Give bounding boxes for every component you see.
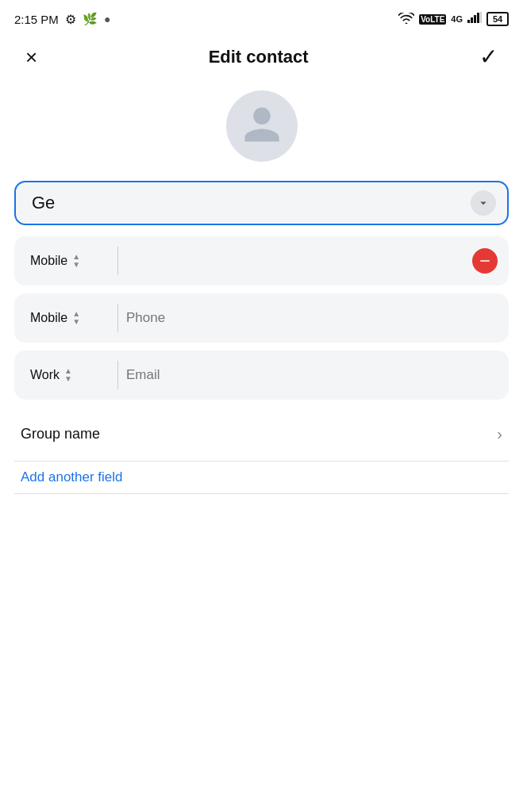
svg-rect-4 — [480, 12, 482, 23]
volte-icon: VoLTE — [419, 14, 446, 25]
phone-field-row-2: Mobile ▲ ▼ — [14, 293, 509, 343]
name-dropdown-button[interactable] — [471, 190, 496, 216]
svg-rect-3 — [477, 13, 479, 23]
time-label: 2:15 PM — [14, 13, 59, 26]
field-divider-1 — [117, 247, 118, 275]
person-icon — [240, 103, 283, 149]
toolbar: × Edit contact ✓ — [0, 35, 523, 82]
email-type-selector-1[interactable]: Work ▲ ▼ — [25, 361, 113, 389]
add-field-button[interactable]: Add another field — [14, 462, 129, 493]
phone-type-label-1: Mobile — [30, 254, 67, 268]
chevron-right-icon: › — [497, 425, 502, 443]
name-input[interactable] — [32, 193, 471, 213]
data-icon: ● — [104, 13, 110, 25]
svg-rect-0 — [467, 20, 470, 23]
name-field-container — [14, 181, 509, 225]
phone-field-row-1: Mobile ▲ ▼ — [14, 236, 509, 285]
status-time: 2:15 PM ⚙ 🌿 ● — [14, 12, 110, 27]
confirm-button[interactable]: ✓ — [473, 43, 504, 71]
battery-indicator: 54 — [486, 12, 509, 26]
phone-type-selector-2[interactable]: Mobile ▲ ▼ — [25, 304, 113, 332]
svg-rect-2 — [474, 15, 476, 23]
email-input-1[interactable] — [123, 362, 498, 388]
avatar[interactable] — [226, 90, 298, 162]
settings-icon: ⚙ — [65, 12, 76, 27]
group-name-row[interactable]: Group name › — [14, 408, 509, 461]
type-arrows-1: ▲ ▼ — [72, 253, 80, 269]
divider-2 — [14, 493, 509, 494]
phone-type-selector-1[interactable]: Mobile ▲ ▼ — [25, 247, 113, 275]
close-button[interactable]: × — [19, 44, 44, 71]
group-name-label: Group name — [21, 426, 100, 442]
svg-rect-5 — [480, 260, 490, 262]
type-arrows-2: ▲ ▼ — [72, 310, 80, 326]
email-type-label-1: Work — [30, 368, 60, 382]
avatar-section[interactable] — [0, 82, 523, 181]
4g-icon: 4G — [451, 14, 463, 24]
phone-type-label-2: Mobile — [30, 311, 67, 325]
phone-input-2[interactable] — [123, 305, 498, 331]
status-bar: 2:15 PM ⚙ 🌿 ● VoLTE 4G — [0, 0, 523, 35]
remove-phone-button-1[interactable] — [472, 248, 498, 274]
status-right-icons: VoLTE 4G 54 — [398, 12, 509, 26]
email-field-row-1: Work ▲ ▼ — [14, 350, 509, 400]
svg-rect-1 — [471, 17, 473, 23]
leaf-icon: 🌿 — [83, 12, 98, 26]
wifi-icon — [398, 13, 414, 26]
page-title: Edit contact — [209, 47, 309, 67]
signal-icon — [467, 12, 482, 26]
field-divider-3 — [117, 361, 118, 389]
battery-value: 54 — [493, 14, 502, 24]
type-arrows-3: ▲ ▼ — [64, 367, 72, 383]
form-area: Mobile ▲ ▼ Mobile ▲ ▼ Work ▲ — [0, 181, 523, 494]
phone-input-1[interactable] — [123, 248, 467, 274]
field-divider-2 — [117, 304, 118, 332]
